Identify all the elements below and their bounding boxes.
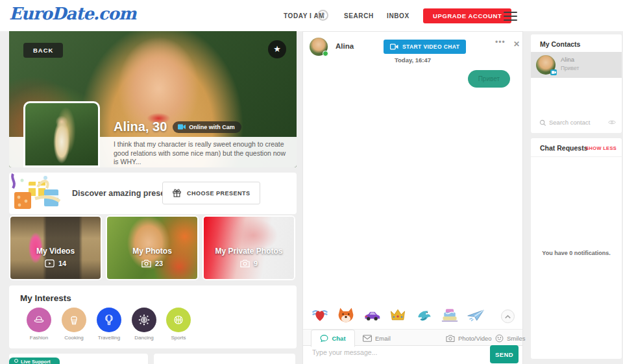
choose-presents-button[interactable]: CHOOSE PRESENTS: [162, 182, 260, 204]
interests-title: My Interests: [20, 293, 71, 303]
contact-message-preview: Привет: [561, 65, 579, 71]
interest-fashion[interactable]: Fashion: [21, 308, 56, 341]
hat-icon: [33, 314, 45, 326]
chat-panel: Alina START VIDEO CHAT ••• ✕ Today, 16:4…: [302, 31, 523, 364]
search-icon: [539, 119, 546, 127]
bio-text: I think that my character is really swee…: [114, 140, 287, 167]
chat-bubble-icon: [320, 334, 328, 343]
back-button[interactable]: BACK: [23, 43, 63, 58]
profile-thumbnail[interactable]: [23, 101, 100, 167]
my-contacts-card: My Contacts Alina Привет: [531, 34, 622, 133]
interest-cooking[interactable]: Cooking: [56, 308, 92, 341]
top-bar: EuroDate.com TODAY I AM ? SEARCH INBOX U…: [0, 0, 623, 31]
gift-icon: [172, 188, 182, 198]
phoenix-sticker[interactable]: [415, 306, 433, 324]
contact-row-alina[interactable]: Alina Привет: [531, 52, 622, 78]
interest-travelling[interactable]: Travelling: [92, 308, 127, 341]
chat-close-icon[interactable]: ✕: [513, 40, 520, 49]
contact-search-row: [531, 117, 622, 129]
crown-sticker[interactable]: [389, 306, 407, 324]
bottom-right-card: [154, 354, 295, 364]
contact-name: Alina: [561, 56, 574, 63]
car-sticker[interactable]: [363, 306, 381, 324]
help-icon[interactable]: ?: [317, 10, 328, 21]
site-logo[interactable]: EuroDate.com: [9, 4, 136, 23]
collapse-stickers-button[interactable]: [501, 309, 515, 323]
chat-tab-bar: Chat Email Photo/Video Smiles: [303, 329, 522, 346]
upgrade-account-button[interactable]: UPGRADE ACCOUNT: [423, 8, 511, 23]
tab-photo-video[interactable]: Photo/Video: [446, 330, 492, 346]
winged-heart-sticker[interactable]: [311, 306, 329, 324]
camera-icon: [141, 260, 151, 267]
search-contact-input[interactable]: [549, 119, 604, 126]
show-less-link[interactable]: SHOW LESS: [585, 145, 617, 151]
my-photos-card[interactable]: My Photos 23: [106, 215, 199, 280]
divider: [531, 156, 622, 157]
live-support-button[interactable]: Live Support: [9, 358, 60, 364]
disco-ball-icon: [138, 314, 150, 326]
my-contacts-title: My Contacts: [540, 40, 580, 48]
cupcake-icon: [68, 314, 80, 326]
online-with-cam-badge: Online with Cam: [173, 121, 241, 133]
chevron-up-icon: [505, 315, 511, 319]
online-status-dot: [323, 51, 328, 56]
camera-icon: [446, 335, 455, 342]
chat-contact-name: Alina: [336, 42, 354, 50]
balloon-icon: [103, 314, 115, 326]
star-icon: ★: [273, 44, 281, 54]
profile-name: Alina, 30: [114, 119, 167, 134]
start-video-chat-button[interactable]: START VIDEO CHAT: [384, 40, 466, 54]
notifications-note: You have 0 notifications.: [531, 250, 622, 256]
message-input[interactable]: [312, 348, 484, 356]
sent-message-bubble: Привет: [468, 70, 510, 88]
interest-sports[interactable]: Sports: [161, 308, 196, 341]
my-private-photos-card[interactable]: My Private Photos 9: [202, 215, 295, 280]
tab-email[interactable]: Email: [363, 330, 391, 346]
presents-text: Discover amazing presents: [72, 189, 177, 198]
video-icon: [178, 124, 186, 130]
video-icon: [390, 43, 398, 50]
smiley-icon: [495, 334, 504, 343]
my-interests-card: My Interests Fashion Cooking Travelling …: [9, 285, 297, 348]
profile-card: BACK ★ Alina, 30 Online with Cam I think…: [9, 31, 297, 167]
cake-sticker[interactable]: [441, 306, 459, 324]
chat-contact-avatar[interactable]: [310, 38, 328, 56]
chat-requests-card: Chat Requests SHOW LESS You have 0 notif…: [531, 138, 622, 359]
nav-inbox[interactable]: INBOX: [387, 12, 409, 19]
continue-reading-link[interactable]: Continue Reading: [114, 167, 287, 168]
tab-chat[interactable]: Chat: [311, 330, 355, 347]
gifts-illustration: [9, 173, 71, 214]
interest-dancing[interactable]: Dancing: [127, 308, 162, 341]
cam-badge-icon: [550, 69, 557, 75]
nav-search[interactable]: SEARCH: [344, 12, 374, 19]
menu-icon[interactable]: [504, 12, 517, 23]
envelope-icon: [363, 335, 372, 342]
basketball-icon: [173, 314, 184, 326]
presents-banner: Discover amazing presents CHOOSE PRESENT…: [9, 173, 297, 214]
plane-sticker[interactable]: [467, 306, 485, 324]
fox-sticker[interactable]: [337, 306, 355, 324]
chat-timestamp: Today, 16:47: [303, 56, 522, 64]
tab-smiles[interactable]: Smiles: [495, 330, 526, 346]
chat-options-icon[interactable]: •••: [495, 38, 506, 47]
video-play-icon: [45, 260, 55, 267]
chat-requests-title: Chat Requests: [540, 144, 588, 152]
camera-icon: [240, 260, 250, 267]
my-videos-card[interactable]: My Videos 14: [9, 215, 102, 280]
support-icon: [14, 359, 18, 363]
favorite-star-button[interactable]: ★: [268, 40, 286, 58]
app-root: EuroDate.com TODAY I AM ? SEARCH INBOX U…: [0, 0, 623, 364]
send-button[interactable]: SEND: [490, 345, 519, 363]
contact-avatar: [536, 55, 556, 75]
sticker-row: [311, 306, 485, 324]
eye-icon[interactable]: [608, 119, 616, 125]
